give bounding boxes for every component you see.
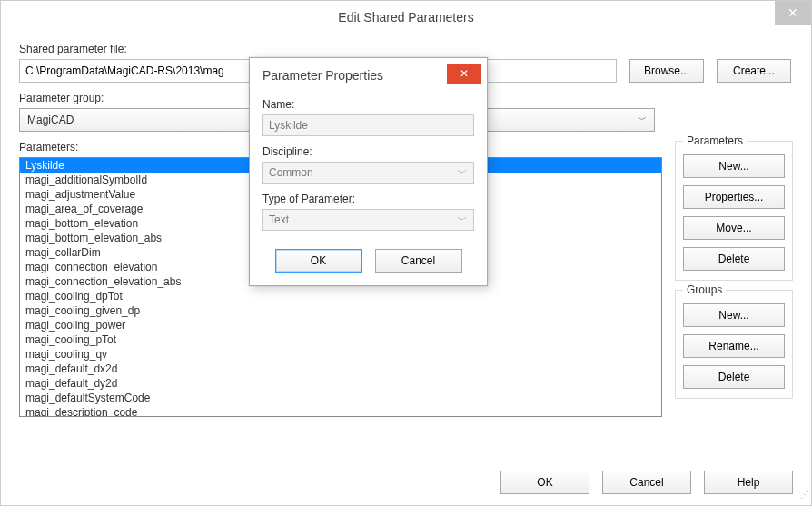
modal-buttons: OK Cancel — [262, 249, 474, 273]
list-item[interactable]: magi_defaultSystemCode — [20, 391, 661, 405]
modal-titlebar: Parameter Properties ✕ — [250, 58, 487, 93]
groups-groupbox-title: Groups — [683, 283, 726, 296]
param-move-button[interactable]: Move... — [683, 216, 785, 240]
type-label: Type of Parameter: — [262, 193, 474, 205]
close-icon[interactable]: ✕ — [775, 1, 811, 25]
modal-ok-button[interactable]: OK — [275, 249, 362, 273]
group-rename-button[interactable]: Rename... — [683, 334, 785, 358]
list-item[interactable]: magi_cooling_dpTot — [20, 289, 661, 303]
discipline-label: Discipline: — [262, 145, 474, 158]
parameters-groupbox-title: Parameters — [683, 134, 747, 147]
list-item[interactable]: magi_cooling_qv — [20, 347, 661, 362]
cancel-button[interactable]: Cancel — [602, 471, 691, 494]
titlebar: Edit Shared Parameters ✕ — [1, 1, 811, 34]
modal-title: Parameter Properties — [262, 68, 383, 83]
window-title: Edit Shared Parameters — [338, 10, 473, 25]
list-item[interactable]: magi_cooling_pTot — [20, 332, 661, 347]
group-new-button[interactable]: New... — [683, 303, 785, 327]
side-panel: Parameters New... Properties... Move... … — [675, 141, 793, 417]
group-delete-button[interactable]: Delete — [683, 365, 785, 389]
modal-body: Name: Discipline: Common ﹀ Type of Param… — [250, 93, 487, 285]
discipline-select[interactable]: Common ﹀ — [262, 162, 474, 184]
chevron-down-icon: ﹀ — [457, 213, 468, 228]
resize-grip-icon[interactable]: ⋰ — [798, 492, 809, 503]
parameter-properties-dialog: Parameter Properties ✕ Name: Discipline:… — [249, 57, 488, 286]
footer: OK Cancel Help — [500, 471, 793, 494]
main-window: Edit Shared Parameters ✕ Shared paramete… — [0, 0, 812, 506]
list-item[interactable]: magi_cooling_power — [20, 318, 661, 332]
name-label: Name: — [262, 98, 474, 111]
parameters-groupbox: Parameters New... Properties... Move... … — [675, 141, 793, 281]
file-label: Shared parameter file: — [19, 43, 793, 55]
group-dropdown-value: MagiCAD — [27, 114, 74, 126]
groups-groupbox: Groups New... Rename... Delete — [675, 290, 793, 399]
type-value: Text — [269, 213, 289, 226]
param-new-button[interactable]: New... — [683, 154, 785, 178]
modal-close-icon[interactable]: ✕ — [447, 64, 481, 84]
name-field[interactable] — [262, 114, 474, 136]
discipline-value: Common — [269, 166, 313, 179]
list-item[interactable]: magi_default_dy2d — [20, 376, 661, 391]
list-item[interactable]: magi_description_code — [20, 405, 661, 417]
create-button[interactable]: Create... — [717, 59, 791, 83]
modal-cancel-button[interactable]: Cancel — [375, 249, 462, 273]
chevron-down-icon: ﹀ — [457, 165, 468, 181]
help-button[interactable]: Help — [704, 471, 793, 494]
browse-button[interactable]: Browse... — [629, 59, 704, 83]
chevron-down-icon: ﹀ — [638, 114, 647, 126]
list-item[interactable]: magi_cooling_given_dp — [20, 303, 661, 318]
ok-button[interactable]: OK — [500, 471, 589, 494]
param-delete-button[interactable]: Delete — [683, 247, 785, 271]
type-select[interactable]: Text ﹀ — [262, 209, 474, 231]
param-properties-button[interactable]: Properties... — [683, 185, 785, 209]
list-item[interactable]: magi_default_dx2d — [20, 362, 661, 376]
